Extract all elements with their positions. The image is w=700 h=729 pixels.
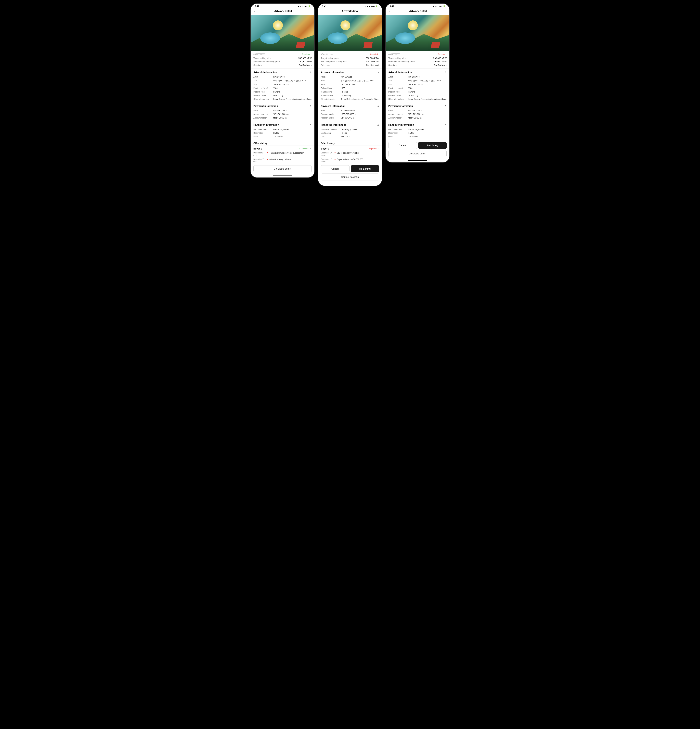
section-header: Handover information ∧ [318,121,382,128]
relist-button[interactable]: Re-Listing [351,165,379,172]
info-table: Artist Kim SunWoo Title 무제 (플렉시 박스 그림 1,… [318,75,382,102]
info-key: Destination [321,132,341,134]
copy-icon[interactable]: ⧉ [422,113,423,115]
cancel-button[interactable]: Cancel [388,142,417,149]
artwork-image [386,15,449,51]
target-price-row: Target selling price 500,000 KRW [254,57,312,60]
info-row-0: Artist Kim SunWoo [254,75,312,79]
back-button[interactable]: ← [321,9,324,13]
info-row-5: Material detail Oil Painting [388,94,446,97]
contact-admin-button[interactable]: Contact to admin [254,165,312,172]
buyer-status-0: Rejected [369,148,377,150]
info-key: Handover method [321,128,341,131]
info-val: 무제 (플렉시 박스 그림 1, 골드), 2006 [341,79,379,82]
section-title: Handover information [254,123,279,126]
section-chevron-icon[interactable]: ∧ [377,71,379,74]
back-button[interactable]: ← [388,9,391,13]
info-key: Material detail [321,94,341,97]
sale-type-row: Sale type Certified work [321,63,379,67]
contact-admin-button[interactable]: Contact to admin [321,174,379,180]
section-handover-information: Handover information ∧ Handover method D… [318,121,382,140]
copy-icon[interactable]: ⧉ [287,113,288,115]
copy-icon[interactable]: ⧉ [353,109,355,112]
copy-icon[interactable]: ⧉ [353,117,354,119]
cancel-relist-row: Cancel Re-Listing [388,142,446,149]
section-chevron-icon[interactable]: ∧ [445,105,446,107]
info-val: Kim SunWoo [341,76,379,78]
info-val: Oil Painting [273,94,312,97]
order-id: #OA15522638 [388,53,400,55]
section-chevron-icon[interactable]: ∧ [310,71,312,74]
wifi-icon: WiFi [371,5,375,7]
section-header: Artwork Information ∧ [251,68,314,75]
info-table: Artist Kim SunWoo Title 무제 (플렉시 박스 그림 1,… [251,75,314,102]
wifi-icon: WiFi [439,5,442,7]
copy-icon[interactable]: ⧉ [420,117,422,119]
section-chevron-icon[interactable]: ∧ [445,71,446,74]
info-key: Painted in (year) [254,87,273,89]
info-val: 1986 [273,87,312,89]
info-row-0: Bank Shinhan bank⧉ [321,109,379,112]
info-row-2: Date 23/02/2024 [388,135,446,138]
section-artwork-information: Artwork Information ∧ Artist Kim SunWoo … [386,68,449,102]
info-row-1: Title 무제 (플렉시 박스 그림 1, 골드), 2006 [388,79,446,83]
copy-icon[interactable]: ⧉ [285,117,287,119]
info-val: Korea Gallery Association Appraisals, Si… [408,98,446,100]
info-key: Material kind [254,91,273,93]
buyer-label-0: Buyer 1 [254,147,262,150]
section-header: Payment information ∧ [318,102,382,109]
offer-time: December 1709:00 [254,158,266,163]
copy-icon[interactable]: ⧉ [286,109,287,112]
bottom-actions: Cancel Re-Listing Contact to admin [318,163,382,182]
info-section: #OA15522638 Canceled Target selling pric… [318,51,382,68]
info-val: 23/02/2024 [408,135,446,138]
min-price-value: 400,000 KRW [299,60,312,63]
sale-type-value: Certified work [299,64,312,66]
scroll-content: #OA15522638 Canceled Target selling pric… [386,15,449,140]
info-val: Kim SunWoo [408,76,446,78]
info-val: 180 × 90 × 10 cm [341,83,379,86]
info-row-0: Handover method Deliver by yourself [254,128,312,131]
info-key: Date [254,135,273,138]
relist-button[interactable]: Re-Listing [418,142,446,149]
info-val: Shinhan bank⧉ [341,109,379,112]
info-row-1: Destination Ha Noi [254,131,312,135]
section-chevron-icon[interactable]: ∧ [310,123,312,126]
section-chevron-icon[interactable]: ∧ [377,123,379,126]
phone-frame-phone1: 9:41 ▲▲▲ WiFi 🔋 ← Artwork detail #OA1552… [251,3,314,178]
contact-admin-button[interactable]: Contact to admin [388,150,446,157]
offer-time: December 1709:30 [321,152,333,157]
back-button[interactable]: ← [254,9,257,13]
buyer-status-0: Completed [300,148,309,150]
target-price-label: Target selling price [321,57,339,60]
copy-icon[interactable]: ⧉ [355,113,356,115]
buyer-header-0: Buyer 1 Completed ▲ [254,146,312,151]
order-id-row: #OA15522638 Completed [254,53,312,55]
section-header: Payment information ∧ [251,102,314,109]
status-bar: 9:41 ▲▲▲ WiFi 🔋 [318,4,382,8]
info-key: Painted in (year) [321,87,341,89]
info-row-2: Date 23/02/2024 [321,135,379,138]
info-val: 1986 [341,87,379,89]
section-chevron-icon[interactable]: ∧ [310,105,312,107]
red-accent-decoration [296,42,305,48]
info-table: Bank Shinhan bank⧉ Account number 1879-7… [251,109,314,121]
status-time: 9:41 [322,5,326,7]
offer-text: The artwork was delivered successfully [270,152,312,154]
section-artwork-information: Artwork Information ∧ Artist Kim SunWoo … [318,68,382,102]
info-row-6: Other information Korea Gallery Associat… [388,97,446,101]
status-time: 9:41 [255,5,259,7]
info-key: Size [254,83,273,86]
target-price-label: Target selling price [388,57,406,60]
info-section: #OA15522638 Completed Target selling pri… [251,51,314,68]
copy-icon[interactable]: ⧉ [421,109,422,112]
info-val: Deliver by yourself [408,128,446,131]
section-chevron-icon[interactable]: ∧ [445,123,446,126]
cancel-button[interactable]: Cancel [321,165,349,172]
info-row-1: Account number 1879-789-8889⧉ [321,112,379,116]
sale-type-row: Sale type Certified work [254,63,312,67]
sale-type-value: Certified work [366,64,379,66]
info-val: Ha Noi [273,132,312,134]
section-chevron-icon[interactable]: ∧ [377,105,379,107]
info-val: 23/02/2024 [273,135,312,138]
